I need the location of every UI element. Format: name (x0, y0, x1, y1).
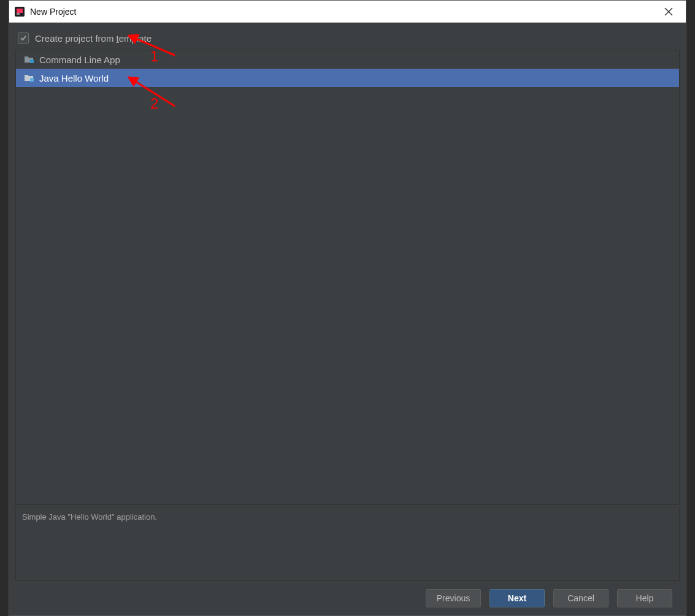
create-from-template-checkbox[interactable] (18, 33, 29, 44)
new-project-dialog: New Project Create project from template (9, 0, 686, 616)
label-suffix: emplate (119, 33, 152, 44)
template-item-java-hello-world[interactable]: Java Hello World (16, 69, 679, 87)
template-item-label: Java Hello World (39, 73, 109, 83)
create-from-template-label[interactable]: Create project from template (35, 33, 152, 44)
folder-icon (25, 55, 34, 64)
folder-icon (25, 74, 34, 82)
create-from-template-row: Create project from template (15, 29, 680, 50)
template-item-label: Command Line App (39, 55, 120, 65)
svg-rect-2 (17, 13, 20, 15)
titlebar: New Project (9, 1, 686, 23)
template-item-command-line-app[interactable]: Command Line App (16, 50, 679, 69)
svg-rect-5 (30, 60, 34, 63)
svg-rect-1 (17, 9, 23, 13)
description-panel: Simple Java "Hello World" application. (15, 507, 680, 581)
close-icon (664, 7, 673, 16)
label-prefix: Create project from (35, 33, 117, 44)
close-button[interactable] (656, 1, 681, 23)
window-title: New Project (30, 7, 656, 17)
description-text: Simple Java "Hello World" application. (22, 512, 673, 522)
template-list: Command Line App Java Hello World (15, 50, 680, 505)
cancel-button[interactable]: Cancel (553, 589, 609, 607)
button-bar: Previous Next Cancel Help (15, 581, 680, 615)
app-icon (14, 6, 25, 17)
dialog-body: Create project from template Command Lin… (9, 23, 686, 615)
previous-button[interactable]: Previous (426, 589, 481, 607)
svg-rect-6 (30, 78, 34, 82)
next-button[interactable]: Next (490, 589, 545, 607)
help-button[interactable]: Help (617, 589, 672, 607)
checkmark-icon (20, 34, 27, 42)
